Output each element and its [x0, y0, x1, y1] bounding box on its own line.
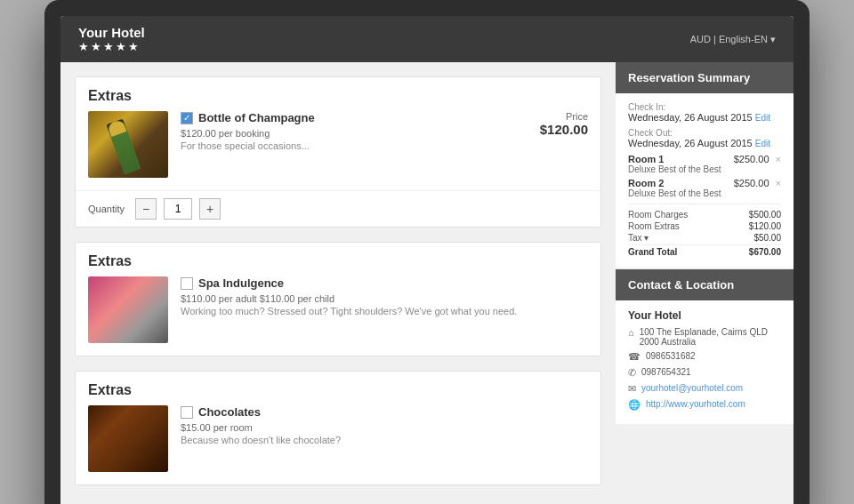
hotel-stars: ★★★★★ [78, 40, 145, 53]
check-out-edit[interactable]: Edit [755, 139, 770, 148]
champagne-name: Bottle of Champagne [198, 111, 315, 124]
check-in-value-row: Wednesday, 26 August 2015 Edit [628, 112, 781, 123]
main-content: Extras ✓ Bottle of Champagne [60, 62, 794, 504]
room-charges-label: Room Charges [628, 210, 688, 220]
contact-email-link[interactable]: yourhotel@yourhotel.com [641, 383, 743, 393]
check-out-date: Wednesday, 26 August 2015 [628, 138, 753, 148]
contact-phone2: 0987654321 [641, 367, 691, 377]
check-in-label: Check In: [628, 102, 781, 112]
contact-phone2-row: ✆ 0987654321 [628, 367, 781, 379]
extras-section-champagne: Extras ✓ Bottle of Champagne [75, 76, 601, 228]
tax-label[interactable]: Tax ▾ [628, 233, 649, 243]
chocolate-checkbox[interactable] [181, 406, 193, 419]
price-label: Price [540, 111, 588, 122]
address-icon: ⌂ [628, 327, 634, 338]
chocolate-price-per: $15.00 per room [181, 422, 588, 433]
room-extras-label: Room Extras [628, 221, 680, 231]
room1-name: Room 1 [628, 154, 721, 164]
contact-section: Contact & Location Your Hotel ⌂ 100 The … [616, 269, 794, 424]
room2-type: Deluxe Best of the Best [628, 188, 721, 198]
extras-section-spa: Extras Spa Indulgence $110.00 per adult … [75, 242, 601, 356]
room-charges-row: Room Charges $500.00 [628, 210, 781, 220]
contact-header: Contact & Location [616, 269, 794, 300]
qty-input[interactable] [164, 198, 192, 220]
spa-info: Spa Indulgence $110.00 per adult $110.00… [181, 276, 588, 316]
check-in-row: Check In: Wednesday, 26 August 2015 Edit [628, 102, 781, 123]
chocolate-header: Chocolates [181, 405, 588, 419]
chocolate-info: Chocolates $15.00 per room Because who d… [181, 405, 588, 445]
grand-total-label: Grand Total [628, 247, 677, 257]
hotel-branding: Your Hotel ★★★★★ [78, 25, 145, 53]
email-icon: ✉ [628, 383, 636, 395]
spa-desc: Working too much? Stressed out? Tight sh… [181, 306, 588, 316]
champagne-price-per: $120.00 per booking [181, 128, 528, 139]
contact-body: Your Hotel ⌂ 100 The Esplanade, Cairns Q… [616, 300, 794, 424]
left-panel: Extras ✓ Bottle of Champagne [60, 62, 616, 504]
champagne-desc: For those special occasions... [181, 140, 528, 151]
contact-website-link[interactable]: http://www.yourhotel.com [646, 399, 745, 409]
champagne-header: ✓ Bottle of Champagne [181, 111, 528, 124]
extras-content-1: ✓ Bottle of Champagne $120.00 per bookin… [76, 111, 600, 190]
check-in-date: Wednesday, 26 August 2015 [628, 112, 753, 123]
room-charges-value: $500.00 [749, 210, 781, 220]
room2-details: Room 2 Deluxe Best of the Best [628, 178, 721, 198]
champagne-checkbox[interactable]: ✓ [181, 112, 193, 124]
language-selector[interactable]: AUD | English-EN ▾ [690, 34, 776, 45]
grand-total-value: $670.00 [749, 247, 781, 257]
reservation-body: Check In: Wednesday, 26 August 2015 Edit… [616, 93, 794, 268]
foil-shape [107, 119, 126, 137]
chocolate-image [88, 405, 168, 472]
extras-content-3: Chocolates $15.00 per room Because who d… [76, 405, 600, 484]
site-header: Your Hotel ★★★★★ AUD | English-EN ▾ [60, 16, 794, 62]
qty-decrease-button[interactable]: − [135, 198, 157, 220]
room1-row: Room 1 Deluxe Best of the Best $250.00 × [628, 154, 781, 174]
quantity-row: Quantity − + [76, 190, 600, 227]
contact-email-row: ✉ yourhotel@yourhotel.com [628, 383, 781, 395]
extras-title-3: Extras [76, 372, 600, 405]
grand-total-row: Grand Total $670.00 [628, 244, 781, 257]
room2-name: Room 2 [628, 178, 721, 188]
tax-value: $50.00 [753, 233, 781, 243]
room1-price-col: $250.00 × [734, 154, 781, 164]
champagne-info: ✓ Bottle of Champagne $120.00 per bookin… [181, 111, 528, 151]
spa-checkbox[interactable] [181, 277, 193, 290]
laptop-shell: Your Hotel ★★★★★ AUD | English-EN ▾ Extr… [44, 0, 810, 504]
phone1-icon: ☎ [628, 351, 640, 363]
check-out-label: Check Out: [628, 128, 781, 138]
check-in-edit[interactable]: Edit [755, 113, 770, 123]
bottle-shape [106, 118, 141, 174]
room2-price-col: $250.00 × [734, 178, 781, 188]
room-extras-value: $120.00 [749, 221, 781, 231]
laptop-screen: Your Hotel ★★★★★ AUD | English-EN ▾ Extr… [60, 16, 794, 504]
extras-title-2: Extras [76, 243, 600, 276]
room1-type: Deluxe Best of the Best [628, 164, 721, 174]
extras-content-2: Spa Indulgence $110.00 per adult $110.00… [76, 276, 600, 356]
contact-website-row: 🌐 http://www.yourhotel.com [628, 399, 781, 411]
chocolate-name: Chocolates [198, 405, 261, 419]
contact-hotel-name: Your Hotel [628, 309, 781, 322]
hotel-name: Your Hotel [78, 25, 145, 40]
contact-address: 100 The Esplanade, Cairns QLD 2000 Austr… [640, 327, 781, 347]
reservation-summary: Reservation Summary Check In: Wednesday,… [616, 62, 794, 268]
champagne-image [88, 111, 168, 178]
room2-price: $250.00 [734, 178, 769, 188]
contact-phone1-row: ☎ 0986531682 [628, 351, 781, 363]
reservation-header: Reservation Summary [616, 62, 794, 93]
check-out-value-row: Wednesday, 26 August 2015 Edit [628, 138, 781, 148]
extras-title-1: Extras [76, 77, 600, 111]
website-icon: 🌐 [628, 399, 640, 411]
room2-remove[interactable]: × [776, 178, 781, 188]
qty-increase-button[interactable]: + [199, 198, 221, 220]
spa-image [88, 276, 168, 343]
spa-header: Spa Indulgence [181, 276, 588, 290]
room1-remove[interactable]: × [776, 154, 781, 164]
room1-details: Room 1 Deluxe Best of the Best [628, 154, 721, 174]
right-panel: Reservation Summary Check In: Wednesday,… [616, 62, 794, 504]
contact-phone1: 0986531682 [646, 351, 696, 361]
phone2-icon: ✆ [628, 367, 636, 379]
room1-price: $250.00 [734, 154, 769, 164]
spa-price-per: $110.00 per adult $110.00 per child [181, 293, 588, 304]
champagne-price-col: Price $120.00 [540, 111, 588, 138]
check-out-row: Check Out: Wednesday, 26 August 2015 Edi… [628, 128, 781, 148]
extras-section-chocolates: Extras Chocolates $15.00 per room Becaus… [75, 371, 601, 485]
